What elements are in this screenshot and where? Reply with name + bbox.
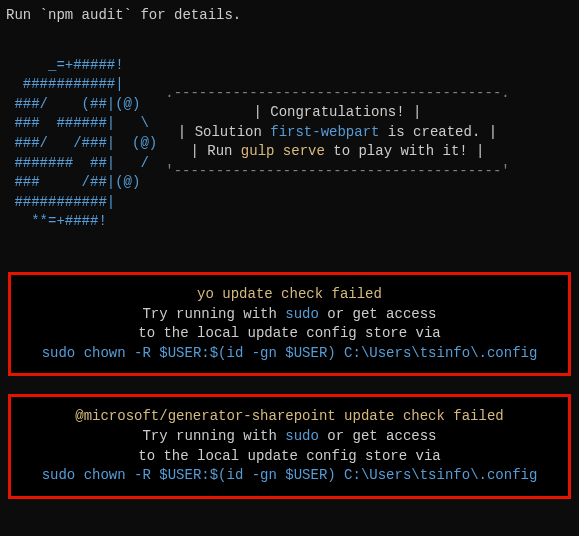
sudo-chown-command: sudo chown -R $USER:$(id -gn $USER) C:\U… [17,466,562,486]
box-border-bottom: '---------------------------------------… [165,162,509,182]
hint-prefix: Run [6,7,40,23]
box-border-top: .---------------------------------------… [165,84,509,104]
congrats-line-3: | Run gulp serve to play with it! | [190,142,484,162]
sudo-keyword: sudo [285,428,319,444]
spfx-ascii-logo: _=+#####! ###########| ###/ (##|(@) ### … [6,56,157,232]
error-title: @microsoft/generator-sharepoint update c… [17,407,562,427]
congrats-box: .---------------------------------------… [165,84,509,182]
error-line-3: to the local update config store via [17,447,562,467]
error-line-2: Try running with sudo or get access [17,427,562,447]
sudo-keyword: sudo [285,306,319,322]
hint-suffix: for details. [132,7,241,23]
congrats-line-2: | Solution first-webpart is created. | [178,123,497,143]
generator-sharepoint-error-box: @microsoft/generator-sharepoint update c… [8,394,571,498]
banner-section: _=+#####! ###########| ###/ (##|(@) ### … [6,56,573,232]
sudo-chown-command: sudo chown -R $USER:$(id -gn $USER) C:\U… [17,344,562,364]
yo-update-error-box: yo update check failed Try running with … [8,272,571,376]
error-title: yo update check failed [17,285,562,305]
solution-name: first-webpart [270,124,379,140]
gulp-serve-cmd: gulp serve [241,143,325,159]
congrats-line-1: | Congratulations! | [253,103,421,123]
hint-cmd: `npm audit` [40,7,132,23]
error-line-2: Try running with sudo or get access [17,305,562,325]
npm-audit-hint: Run `npm audit` for details. [6,6,573,26]
error-line-3: to the local update config store via [17,324,562,344]
